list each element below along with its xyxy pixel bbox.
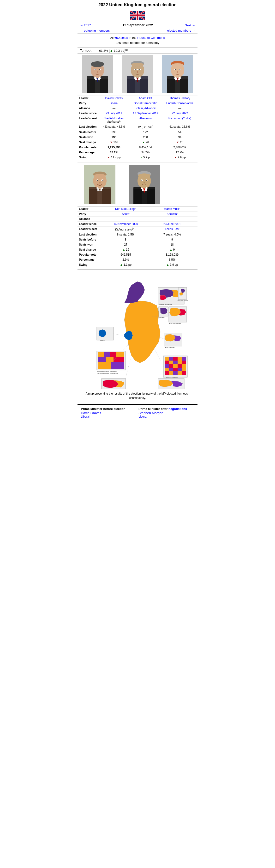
stat2-val-party-1: Scots' (99, 211, 153, 216)
turnout-label: Turnout (80, 49, 99, 52)
map-caption: A map presenting the results of the elec… (80, 390, 195, 402)
svg-rect-143 (165, 371, 169, 375)
party3-link[interactable]: English Conservative (166, 101, 193, 105)
svg-rect-125 (173, 357, 177, 361)
leader5-link[interactable]: Martin Mullin (164, 207, 180, 211)
stat-label-leader-since: Leader since (78, 111, 99, 116)
prev-election-link[interactable]: ← 2017 (80, 24, 91, 27)
stat-val-vote-3: 2,408,039 (162, 145, 197, 150)
change5-arrow: ▲ (169, 248, 172, 251)
stat2-val-party-2: Societist (153, 211, 192, 216)
stat2-label-pct: Percentage (78, 257, 99, 262)
stat-val-won-2: 268 (129, 135, 162, 140)
outgoing-members-link[interactable]: ← outgoing members (80, 29, 110, 32)
north-east-england-label: North East England (169, 322, 181, 324)
page-title: 2022 United Kingdom general election (78, 0, 197, 9)
leader-photo-1 (78, 54, 117, 95)
ls4-link[interactable]: 14 November 2020 (113, 222, 138, 226)
pm-before: Prime Minister before election David Gra… (80, 406, 138, 419)
stat2-val-pct-2: 8.5% (153, 257, 192, 262)
svg-point-66 (97, 180, 98, 181)
stat-val-change-3: ▼ 20 (162, 140, 197, 145)
stat2-val-last-1: 8 seats, 1.5% (99, 232, 153, 237)
stat-label-alliance: Alliance (78, 106, 99, 111)
svg-rect-141 (177, 368, 182, 371)
stat-val-change-1: ▼ 103 (99, 140, 129, 145)
stat-label-leader: Leader (78, 96, 99, 101)
ls1-link[interactable]: 23 July 2011 (106, 112, 122, 115)
belfast-label: Belfast (100, 340, 105, 341)
elected-members-link[interactable]: elected members → (167, 29, 195, 32)
stat-val-leader-2: Adam Clift (129, 96, 162, 101)
stat-val-swing-1: ▼ 11.4 pp (99, 155, 129, 160)
svg-rect-142 (182, 368, 186, 371)
svg-point-37 (137, 71, 138, 73)
stat-val-ls-3: 22 July 2022 (162, 111, 197, 116)
turnout-footnote: [1] (125, 49, 128, 51)
pm-before-party-link[interactable]: Liberal (81, 415, 89, 418)
aberdeen-label: Aberdeen (159, 317, 165, 318)
turnout-value: 61.3% (▲ 10.3 pp)[1] (99, 49, 128, 53)
leader4-link[interactable]: Ken MacCullogh (115, 207, 136, 211)
seat4-name: Did not stand (115, 228, 132, 231)
stat-label-before: Seats before (78, 130, 99, 135)
stat2-val-change-1: ▲ 19 (99, 247, 153, 252)
stat-val-ls-2: 12 September 2019 (129, 111, 162, 116)
stat-val-seat-1: Sheffield Hallam (defeated) (99, 116, 129, 124)
party1-link[interactable]: Liberal (110, 101, 118, 105)
svg-point-84 (143, 182, 145, 184)
stat-val-alliance-3: — (162, 106, 197, 111)
stat-val-seat-2: Aberavon (129, 116, 162, 124)
ls2-link[interactable]: 12 September 2019 (133, 112, 158, 115)
stat-val-vote-2: 8,452,164 (129, 145, 162, 150)
party2-link[interactable]: Social Democratic (134, 101, 157, 105)
stat2-label-ls: Leader since (78, 221, 99, 226)
stat2-label-vote: Popular vote (78, 252, 99, 257)
leader3-link[interactable]: Thomas Hilleary (169, 97, 190, 100)
majority-info: 326 seats needed for a majority (78, 40, 197, 45)
change4-arrow: ▲ (122, 248, 125, 251)
stat2-label-swing: Swing (78, 262, 99, 267)
svg-rect-129 (169, 361, 173, 364)
stat2-val-before-3 (192, 237, 197, 242)
ls5-link[interactable]: 23 June 2021 (163, 222, 181, 226)
stat-row-leader: Leader David Graves Adam Clift Thomas Hi… (78, 96, 197, 101)
party4-link[interactable]: Scots' (122, 212, 130, 216)
seat1-note: (defeated) (108, 120, 121, 123)
leader-photo-4 (78, 164, 122, 205)
seat1-link[interactable]: Sheffield Hallam (104, 117, 124, 120)
seat2-link[interactable]: Aberavon (139, 117, 152, 120)
stat2-val-change-2: ▲ 9 (153, 247, 192, 252)
alliance2-link[interactable]: Britain, Advance! (135, 106, 156, 110)
leader2-link[interactable]: Adam Clift (139, 97, 152, 100)
ls3-link[interactable]: 22 July 2022 (171, 112, 188, 115)
next-election-link[interactable]: Next → (185, 24, 195, 27)
stat-row2-alliance: Alliance — — (78, 216, 197, 221)
leader1-link[interactable]: David Graves (105, 97, 123, 100)
party5-link[interactable]: Societist (167, 212, 177, 216)
svg-rect-96 (104, 352, 110, 357)
stat-label-party: Party (78, 101, 99, 106)
svg-rect-146 (177, 371, 182, 375)
stat2-val-swing-1: ▲ 1.1 pp (99, 262, 153, 267)
pm-before-name-link[interactable]: David Graves (81, 411, 101, 415)
pm-after-label-link[interactable]: negotiations (168, 407, 187, 411)
pm-after-party-link[interactable]: Liberal (138, 415, 147, 418)
south-wales-label: South Wales (108, 389, 116, 389)
stat-row2-change: Seat change ▲ 19 ▲ 9 (78, 247, 197, 252)
seats-link[interactable]: 650 seats (114, 36, 128, 39)
stat2-val-won-1: 27 (99, 242, 153, 247)
seat5-link[interactable]: Leeds East (165, 227, 179, 231)
leader-photo-placeholder-3 (162, 55, 193, 93)
stat-row2-before: Seats before 8 9 (78, 237, 197, 242)
leaders-stats-row1: Leader David Graves Adam Clift Thomas Hi… (78, 96, 197, 160)
stat-row2-party: Party Scots' Societist (78, 211, 197, 216)
seat3-link[interactable]: Richmond (Yorks) (168, 117, 191, 120)
stat-val-leader-3: Thomas Hilleary (162, 96, 197, 101)
flag-row (78, 9, 197, 22)
hoc-link[interactable]: House of Commons (137, 36, 165, 39)
leader-photo-3 (158, 54, 197, 95)
leader-photo-placeholder-2 (122, 55, 153, 93)
pm-after-name-link[interactable]: Stephen Morgan (138, 411, 163, 415)
svg-point-30 (131, 63, 144, 67)
